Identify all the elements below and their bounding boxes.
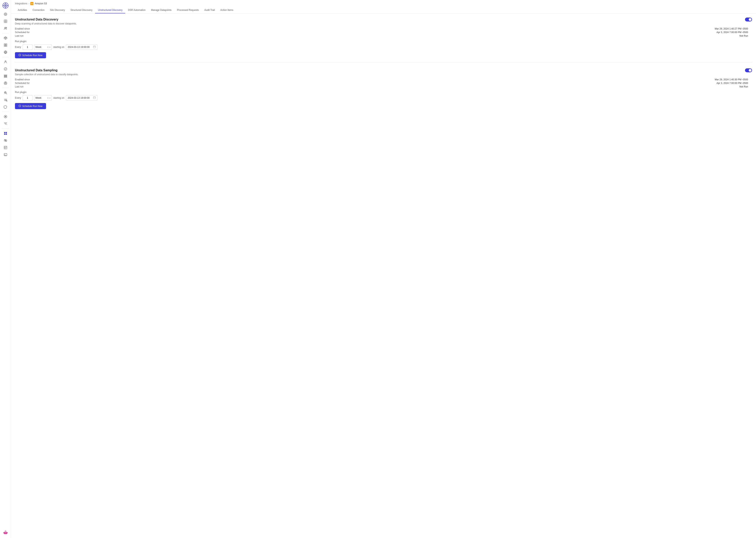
- svg-rect-43: [93, 46, 95, 48]
- last-run-label-0: Last run: [15, 34, 54, 37]
- frequency-text-0: Week: [35, 46, 46, 48]
- svg-point-8: [5, 14, 6, 15]
- date-input-1[interactable]: 2024-03-13 19:00:00: [66, 95, 97, 101]
- nav-home-icon[interactable]: [2, 11, 9, 17]
- nav-globe-icon[interactable]: [2, 18, 9, 25]
- scheduled-for-value-1: Apr 3, 2024 7:00:00 PM -0500: [54, 82, 752, 84]
- run-plugin-label-0: Run plugin:: [15, 40, 752, 43]
- every-input-0[interactable]: [23, 44, 32, 50]
- svg-point-17: [5, 61, 6, 62]
- tab-unstructured-discovery[interactable]: Unstructured Discovery: [95, 7, 125, 13]
- svg-rect-15: [6, 45, 7, 46]
- section-toggle-1[interactable]: [745, 68, 752, 72]
- select-arrow-1: ▾: [49, 97, 50, 99]
- nav-grid-icon[interactable]: [2, 42, 9, 48]
- sidebar: [0, 0, 11, 538]
- tab-activities[interactable]: Activities: [15, 7, 30, 13]
- calendar-icon-1: [93, 96, 96, 99]
- divider-3: [2, 88, 9, 88]
- sidebar-bottom: [2, 528, 9, 536]
- svg-rect-37: [4, 532, 7, 534]
- schedule-run-now-btn-1[interactable]: Schedule Run Now: [15, 103, 46, 109]
- enabled-since-value-1: Mar 29, 2024 1:40:30 PM -0500: [54, 78, 752, 81]
- nav-search-person-icon[interactable]: [2, 90, 9, 96]
- schedule-row-0: Every Week ✕ ▾ starting on 2024-03-13 19…: [15, 44, 752, 50]
- every-input-1[interactable]: [23, 95, 32, 101]
- nav-cube-icon[interactable]: [2, 35, 9, 41]
- nav-target-icon[interactable]: [2, 114, 9, 120]
- nav-people-icon[interactable]: [2, 25, 9, 31]
- nav-table-icon[interactable]: [2, 144, 9, 151]
- logo[interactable]: [2, 2, 9, 9]
- clock-icon-0: [19, 54, 21, 57]
- svg-point-10: [5, 27, 6, 28]
- svg-point-7: [4, 13, 7, 16]
- tab-action-items[interactable]: Action Items: [217, 7, 236, 13]
- section-unstructured-data-discovery: Unstructured Data Discovery Deep scannin…: [15, 18, 752, 63]
- tab-audit-trail[interactable]: Audit Trail: [202, 7, 217, 13]
- nav-shield-icon[interactable]: [2, 104, 9, 110]
- nav-requests-icon[interactable]: [2, 66, 9, 72]
- select-arrow-0: ▾: [49, 46, 50, 48]
- starting-on-label-0: starting on: [53, 46, 64, 48]
- nav-bot-icon[interactable]: [2, 529, 9, 536]
- calendar-icon-0: [93, 45, 96, 49]
- svg-rect-13: [6, 44, 7, 45]
- tab-processed-requests[interactable]: Processed Requests: [174, 7, 202, 13]
- section-title-0: Unstructured Data Discovery: [15, 18, 59, 21]
- info-grid-1: Enabled since Mar 29, 2024 1:40:30 PM -0…: [15, 78, 752, 88]
- svg-rect-12: [4, 44, 5, 45]
- run-plugin-label-1: Run plugin:: [15, 91, 752, 93]
- nav-person-icon[interactable]: [2, 80, 9, 86]
- section-desc-0: Deep scanning of unstructured data to di…: [15, 22, 752, 25]
- breadcrumb-current: S3 Amazon S3: [30, 2, 47, 5]
- nav-dashboard-icon[interactable]: [2, 130, 9, 136]
- frequency-select-1[interactable]: Week ✕ ▾: [34, 95, 52, 101]
- nav-data-icon[interactable]: [2, 97, 9, 103]
- tab-silo-discovery[interactable]: Silo Discovery: [47, 7, 68, 13]
- schedule-run-now-btn-0[interactable]: Schedule Run Now: [15, 52, 46, 58]
- breadcrumb-parent[interactable]: Integrations: [15, 2, 27, 5]
- enabled-since-label-0: Enabled since: [15, 27, 54, 30]
- svg-rect-14: [4, 45, 5, 46]
- schedule-btn-label-0: Schedule Run Now: [22, 54, 42, 57]
- nav-eye-slash-icon[interactable]: [2, 137, 9, 144]
- svg-rect-42: [7, 532, 8, 533]
- section-divider: [15, 62, 752, 63]
- tab-connection[interactable]: Connection: [30, 7, 47, 13]
- clock-icon-1: [19, 105, 21, 108]
- schedule-btn-label-1: Schedule Run Now: [22, 105, 42, 108]
- date-input-0[interactable]: 2024-03-13 19:00:00: [66, 44, 97, 50]
- nav-filter-icon[interactable]: [2, 121, 9, 127]
- nav-users-icon[interactable]: [2, 59, 9, 65]
- nav-globe2-icon[interactable]: [2, 49, 9, 55]
- info-grid-0: Enabled since Mar 29, 2024 1:40:27 PM -0…: [15, 27, 752, 37]
- svg-rect-31: [4, 134, 5, 135]
- svg-point-28: [5, 116, 6, 117]
- scheduled-for-value-0: Apr 3, 2024 7:00:00 PM -0500: [54, 31, 752, 34]
- svg-rect-41: [3, 532, 4, 533]
- frequency-select-0[interactable]: Week ✕ ▾: [34, 44, 52, 50]
- section-toggle-0[interactable]: [745, 18, 752, 22]
- enabled-since-value-0: Mar 29, 2024 1:40:27 PM -0500: [54, 27, 752, 30]
- section-unstructured-data-sampling: Unstructured Data Sampling Sample collec…: [15, 68, 752, 109]
- tab-manage-datapoints[interactable]: Manage Datapoints: [148, 7, 174, 13]
- last-run-value-1: Not Run: [54, 85, 752, 88]
- schedule-row-1: Every Week ✕ ▾ starting on 2024-03-13 19…: [15, 95, 752, 101]
- breadcrumb: Integrations › S3 Amazon S3: [15, 2, 752, 5]
- divider-4: [2, 112, 9, 112]
- select-clear-1[interactable]: ✕: [47, 97, 49, 99]
- svg-rect-36: [4, 153, 7, 156]
- nav-stack-icon[interactable]: [2, 73, 9, 79]
- svg-rect-45: [93, 97, 95, 99]
- enabled-since-label-1: Enabled since: [15, 78, 54, 81]
- svg-rect-29: [4, 132, 5, 133]
- nav-terminal-icon[interactable]: [2, 151, 9, 158]
- svg-point-23: [5, 82, 6, 83]
- scheduled-for-label-1: Scheduled for: [15, 82, 54, 84]
- svg-rect-19: [4, 75, 7, 76]
- tab-structured-discovery[interactable]: Structured Discovery: [68, 7, 95, 13]
- tab-dsr-automation[interactable]: DSR Automation: [125, 7, 148, 13]
- section-header-0: Unstructured Data Discovery: [15, 18, 752, 22]
- select-clear-0[interactable]: ✕: [47, 46, 49, 48]
